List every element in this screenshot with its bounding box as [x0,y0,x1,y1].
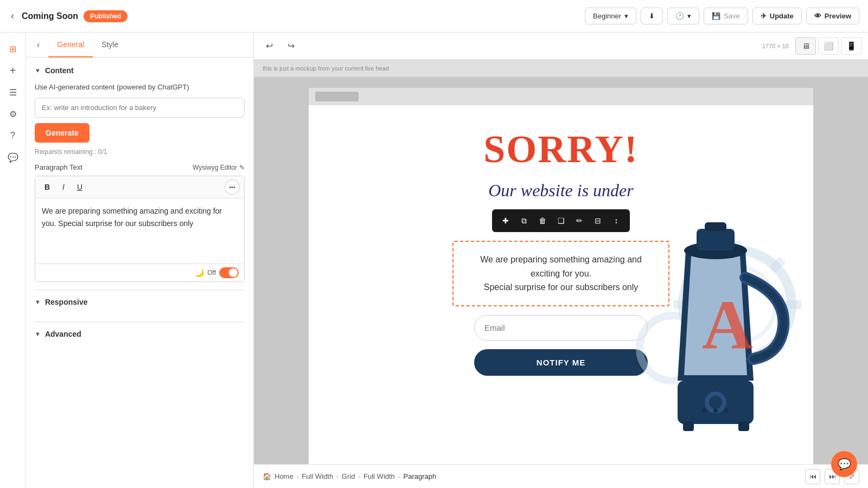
text-editor: B I U ••• We are preparing something ama… [35,176,245,282]
list-icon: ☰ [9,87,17,98]
sidebar-item-help[interactable]: ? [3,126,23,145]
breadcrumb-grid[interactable]: Grid [342,472,355,480]
panel-close-button[interactable]: ‹ [35,38,42,52]
svg-point-17 [713,408,718,413]
panel-content: ▼ Content Use AI-generated content (powe… [26,57,253,488]
redo-icon: ↪ [288,41,295,51]
reorder-icon: ↕ [615,216,618,225]
breadcrumb-full-width-2[interactable]: Full Width [363,472,395,480]
published-badge: Published [84,10,127,22]
edit-icon: ✎ [239,164,245,171]
edit-element-button[interactable]: ✏ [571,213,588,229]
notify-me-button[interactable]: NOTIFY ME [474,349,648,376]
breadcrumb-sep-4: › [398,473,400,480]
preview-button[interactable]: 👁 Preview [806,8,859,24]
desktop-view-button[interactable]: 🖥 [795,37,816,55]
sidebar-item-add[interactable]: + [3,61,23,80]
delete-element-button[interactable]: 🗑 [534,213,551,229]
panel-tabs: ‹ General Style [26,33,253,57]
page-title: Coming Soon [22,11,78,21]
topbar: ‹ Coming Soon Published Beginner ▾ ⬇ 🕐 ▾… [0,0,868,33]
email-wrapper [474,315,648,341]
tab-general[interactable]: General [48,33,93,57]
undo-button[interactable]: ↩ [260,37,278,55]
svg-point-18 [724,408,729,413]
mobile-view-button[interactable]: 📱 [841,37,861,55]
responsive-section: ▼ Responsive [35,290,245,322]
wysiwyg-editor-link[interactable]: Wysiwyg Editor ✎ [193,164,245,171]
redo-button[interactable]: ↪ [282,37,299,55]
more-element-button[interactable]: ⊟ [590,213,606,229]
move-icon: ✚ [502,216,509,225]
tablet-icon: ⬜ [824,41,834,51]
sidebar-item-settings[interactable]: ⚙ [3,104,23,124]
copy-element-button[interactable]: ⧉ [516,213,532,229]
responsive-section-header[interactable]: ▼ Responsive [35,298,245,306]
breadcrumb: 🏠 Home › Full Width › Grid › Full Width … [254,464,868,488]
move-element-button[interactable]: ✚ [497,213,514,229]
view-controls: 1770 × 10 🖥 ⬜ 📱 [758,37,861,55]
editor-body[interactable]: We are preparing something amazing and e… [35,198,244,264]
chat-icon: 💬 [8,152,18,163]
advanced-section: ▼ Advanced [35,322,245,354]
sidebar-item-chat[interactable]: 💬 [3,147,23,167]
save-button[interactable]: 💾 Save [704,8,748,24]
svg-rect-14 [683,421,694,431]
back-button[interactable]: ‹ [9,8,16,24]
breadcrumb-paragraph[interactable]: Paragraph [404,472,437,480]
under-heading: Our website is under [488,181,634,201]
bold-button[interactable]: B [40,179,55,195]
desktop-icon: 🖥 [802,41,810,50]
para-text-line3: Special surprise for our subscribers onl… [464,280,658,294]
breadcrumb-sep-3: › [358,473,360,480]
content-section-header[interactable]: ▼ Content [35,66,245,75]
breadcrumb-home[interactable]: 🏠 Home [263,472,293,480]
update-icon: ✈ [761,12,767,20]
duplicate-icon: ❑ [558,216,565,225]
sidebar-item-list[interactable]: ☰ [3,82,23,102]
element-toolbar: ✚ ⧉ 🗑 ❑ ✏ [492,209,630,232]
main: ⊞ + ☰ ⚙ ? 💬 ‹ General Style [0,33,868,488]
chevron-down-icon: ▾ [687,12,691,20]
add-icon: + [10,65,16,77]
download-button[interactable]: ⬇ [641,8,663,24]
content-section: ▼ Content Use AI-generated content (powe… [35,66,245,282]
reorder-element-button[interactable]: ↕ [608,213,624,229]
email-input[interactable] [474,315,648,341]
page-top-placeholder [315,92,359,101]
skill-level-label: Beginner [593,12,621,20]
topbar-right: Beginner ▾ ⬇ 🕐 ▾ 💾 Save ✈ Update 👁 Previ… [585,8,859,24]
skill-level-dropdown[interactable]: Beginner ▾ [585,8,636,24]
breadcrumb-sep-2: › [336,473,339,480]
prev-element-button[interactable]: ⏮ [805,469,820,484]
canvas-scroll[interactable]: this is just a mockup from your current … [254,60,868,464]
requests-remaining: Requests remaining : 0/1 [35,148,245,156]
settings-icon: ⚙ [9,109,17,119]
home-icon: 🏠 [263,472,271,480]
undo-icon: ↩ [266,41,273,51]
ai-prompt-input[interactable] [35,98,245,118]
help-icon: ? [10,131,15,140]
tablet-view-button[interactable]: ⬜ [818,37,839,55]
toggle-switch[interactable] [219,267,239,278]
tab-style[interactable]: Style [93,33,127,57]
italic-button[interactable]: I [56,179,71,195]
breadcrumb-full-width-1[interactable]: Full Width [302,472,333,480]
sidebar-item-layers[interactable]: ⊞ [3,39,23,59]
chevron-down-icon: ▼ [35,299,41,305]
icon-sidebar: ⊞ + ☰ ⚙ ? 💬 [0,33,26,488]
generate-button[interactable]: Generate [35,123,90,143]
chevron-down-icon: ▼ [35,331,41,337]
delete-icon: 🗑 [539,216,546,225]
update-button[interactable]: ✈ Update [752,8,802,24]
editor-toolbar: B I U ••• [35,176,244,198]
canvas-header-notice: this is just a mockup from your current … [254,60,868,77]
duplicate-element-button[interactable]: ❑ [553,213,569,229]
history-button[interactable]: 🕐 ▾ [667,8,699,24]
advanced-section-header[interactable]: ▼ Advanced [35,330,245,338]
underline-button[interactable]: U [72,179,87,195]
chat-bubble-button[interactable]: 💬 [831,451,857,477]
ai-label: Use AI-generated content (powered by Cha… [35,82,245,92]
toolbar-more-button[interactable]: ••• [225,179,240,195]
layers-icon: ⊞ [9,44,16,54]
